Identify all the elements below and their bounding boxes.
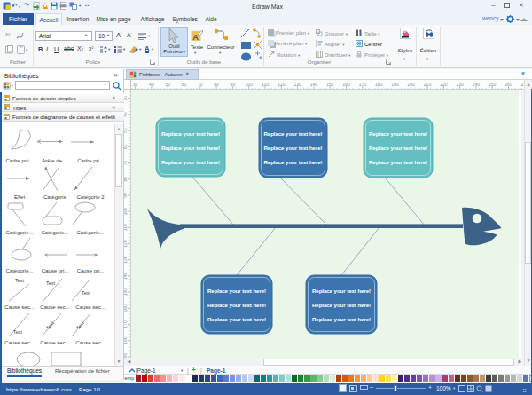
svg-text:Replace your text here!: Replace your text here!	[263, 159, 322, 165]
svg-text:130: 130	[124, 256, 128, 264]
svg-text:Cause sec...: Cause sec...	[4, 340, 35, 345]
svg-text:40: 40	[124, 112, 128, 117]
svg-text:Catégorie: Catégorie	[43, 194, 67, 200]
svg-text:Text: Text	[45, 320, 55, 331]
svg-text:Cause sec...: Cause sec...	[75, 304, 106, 310]
svg-text:70: 70	[124, 161, 128, 166]
svg-text:Replace your text here!: Replace your text here!	[312, 316, 371, 322]
svg-text:240: 240	[473, 82, 481, 87]
svg-text:Replace your text here!: Replace your text here!	[161, 145, 220, 151]
svg-text:60: 60	[124, 144, 128, 149]
svg-text:210: 210	[424, 82, 432, 87]
svg-text:50: 50	[124, 128, 128, 133]
svg-text:60: 60	[182, 82, 187, 87]
svg-text:30: 30	[124, 96, 128, 101]
svg-text:230: 230	[456, 82, 464, 87]
svg-text:Catégorie...: Catégorie...	[41, 230, 68, 235]
svg-text:Replace your text here!: Replace your text here!	[369, 159, 427, 165]
svg-text:Cause sec...: Cause sec...	[40, 340, 70, 345]
svg-text:130: 130	[293, 82, 301, 87]
svg-text:Text: Text	[13, 329, 23, 335]
svg-text:40: 40	[149, 82, 154, 87]
svg-text:Text: Text	[15, 278, 25, 283]
svg-text:150: 150	[326, 82, 334, 87]
svg-text:Replace your text here!: Replace your text here!	[312, 288, 371, 294]
svg-text:Replace your text here!: Replace your text here!	[263, 145, 322, 151]
svg-text:Cause sec...: Cause sec...	[75, 340, 106, 345]
svg-text:Replace your text here!: Replace your text here!	[161, 159, 220, 165]
svg-text:200: 200	[408, 82, 416, 87]
svg-text:Cause pri...: Cause pri...	[42, 268, 69, 273]
svg-text:Cause sec...: Cause sec...	[40, 304, 70, 310]
svg-text:140: 140	[310, 82, 318, 87]
svg-text:170: 170	[359, 82, 367, 87]
svg-text:250: 250	[489, 82, 497, 87]
svg-text:110: 110	[262, 82, 269, 87]
svg-text:Replace your text here!: Replace your text here!	[263, 130, 322, 137]
svg-text:90: 90	[124, 193, 128, 198]
svg-text:170: 170	[124, 320, 128, 328]
svg-text:Cadre pri...: Cadre pri...	[77, 158, 104, 163]
svg-text:30: 30	[133, 82, 138, 87]
svg-text:160: 160	[342, 82, 350, 87]
svg-text:180: 180	[124, 336, 128, 344]
svg-text:100: 100	[246, 82, 254, 87]
svg-text:260: 260	[505, 82, 512, 87]
svg-text:180: 180	[375, 82, 383, 87]
svg-text:Replace your text here!: Replace your text here!	[312, 302, 371, 308]
svg-text:Catégorie...: Catégorie...	[5, 230, 33, 235]
svg-text:50: 50	[165, 82, 170, 87]
svg-text:120: 120	[124, 240, 128, 248]
svg-text:Replace your text here!: Replace your text here!	[207, 288, 266, 294]
svg-text:220: 220	[440, 82, 448, 87]
svg-text:160: 160	[124, 304, 128, 312]
svg-text:Replace your text here!: Replace your text here!	[369, 130, 427, 137]
svg-text:Catégorie 2: Catégorie 2	[76, 194, 105, 200]
svg-text:70: 70	[198, 82, 203, 87]
svg-text:Effet: Effet	[14, 194, 26, 200]
svg-text:Replace your text here!: Replace your text here!	[207, 316, 266, 322]
svg-text:Catégorie...: Catégorie...	[5, 268, 33, 273]
svg-text:100: 100	[124, 208, 128, 216]
svg-text:Text: Text	[46, 280, 56, 286]
svg-text:Arête de ...: Arête de ...	[42, 158, 68, 163]
svg-text:Cause pri...: Cause pri...	[77, 268, 105, 273]
svg-text:Cause sec...: Cause sec...	[4, 304, 35, 310]
svg-text:A: A	[192, 33, 199, 42]
svg-text:Replace your text here!: Replace your text here!	[207, 302, 266, 308]
svg-text:120: 120	[278, 82, 286, 87]
svg-text:Catégorie...: Catégorie...	[76, 230, 104, 235]
svg-text:150: 150	[124, 288, 128, 296]
svg-text:Replace your text here!: Replace your text here!	[369, 145, 427, 151]
svg-text:90: 90	[231, 82, 236, 87]
svg-text:Text: Text	[82, 290, 91, 296]
svg-text:Cadre poi...: Cadre poi...	[5, 158, 33, 163]
svg-text:110: 110	[124, 224, 128, 231]
svg-text:190: 190	[391, 82, 399, 87]
svg-text:Replace your text here!: Replace your text here!	[161, 130, 220, 137]
svg-text:80: 80	[214, 82, 219, 87]
svg-text:80: 80	[124, 177, 128, 182]
svg-text:140: 140	[124, 273, 128, 280]
